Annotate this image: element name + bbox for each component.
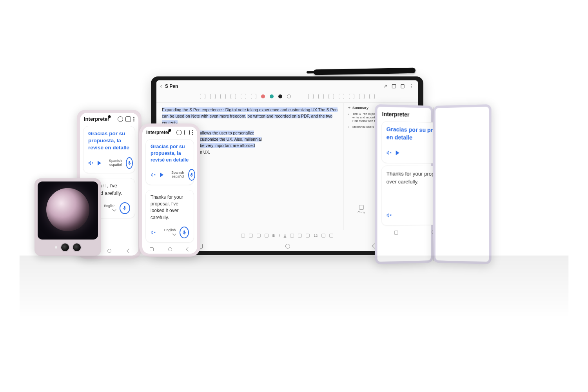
app-title: Interpreter	[84, 116, 115, 122]
tool-text-icon[interactable]	[200, 94, 205, 99]
target-card: Thanks for your proposal, I've looked it…	[145, 190, 194, 243]
source-text: Gracias por su propuesta, la revisé en d…	[151, 143, 189, 163]
nav-back-icon[interactable]	[186, 247, 191, 251]
nav-back-icon[interactable]	[127, 249, 131, 253]
bt-align-icon[interactable]	[290, 234, 294, 238]
source-text: Gracias por su propuesta, la revisé en d…	[88, 130, 130, 152]
tablet-title: S Pen	[165, 83, 178, 89]
nav-home-icon[interactable]	[285, 244, 290, 249]
history-icon[interactable]	[176, 130, 182, 135]
more-icon[interactable]	[133, 116, 134, 122]
fold-hinge	[433, 107, 434, 261]
history-icon[interactable]	[118, 116, 123, 122]
mute-icon[interactable]	[387, 212, 392, 218]
svg-rect-1	[401, 84, 404, 88]
color-teal[interactable]	[270, 94, 274, 98]
bt-checklist-icon[interactable]	[249, 234, 253, 238]
svg-point-3	[411, 86, 412, 87]
target-lang-select[interactable]: English	[164, 229, 176, 237]
color-picker-icon[interactable]	[287, 94, 291, 98]
save-icon[interactable]	[400, 83, 405, 89]
back-icon[interactable]: ‹	[160, 83, 162, 89]
wallpaper-orb	[46, 188, 89, 231]
mic-button[interactable]	[180, 227, 189, 238]
play-icon[interactable]	[396, 151, 399, 155]
app-title: Interpreter	[146, 130, 174, 135]
mic-button[interactable]	[126, 157, 133, 169]
bt-underline-icon[interactable]: U	[284, 234, 287, 238]
source-lang-select[interactable]: Spanishespañol	[109, 159, 122, 167]
tablet-app-header: ‹ S Pen	[156, 80, 418, 92]
expand-icon[interactable]	[383, 83, 388, 89]
play-icon[interactable]	[98, 161, 101, 165]
flip-phone-closed	[34, 178, 101, 256]
tool-cloud-icon[interactable]	[251, 94, 256, 99]
flash-led	[55, 246, 57, 249]
phone-nav-bar	[142, 245, 197, 254]
source-lang-select[interactable]: Spanishespañol	[171, 171, 184, 179]
tool-highlighter-icon[interactable]	[220, 94, 226, 99]
nav-home-icon[interactable]	[168, 247, 172, 251]
tool-a-icon[interactable]	[308, 94, 314, 99]
tool-d-icon[interactable]	[339, 94, 344, 99]
tool-pen-icon[interactable]	[210, 94, 216, 99]
nav-recents-icon[interactable]	[150, 247, 154, 251]
bt-bold-icon[interactable]: B	[272, 234, 275, 238]
doc-paragraph-1: Expanding the S Pen experience : Digital…	[162, 107, 338, 126]
bt-color-icon[interactable]	[298, 234, 302, 238]
tool-c-icon[interactable]	[328, 94, 334, 99]
bt-italic-icon[interactable]: I	[279, 234, 280, 238]
camera-cluster	[55, 243, 81, 251]
svg-point-4	[411, 87, 412, 88]
tool-eraser-icon[interactable]	[230, 94, 236, 99]
svg-rect-0	[392, 84, 396, 88]
bt-table-icon[interactable]	[265, 234, 269, 238]
copy-button[interactable]: Copy	[358, 205, 365, 214]
tablet-toolbar	[156, 92, 418, 103]
bt-image-icon[interactable]	[241, 234, 245, 238]
bt-bg-icon[interactable]	[306, 234, 310, 238]
target-text: Thanks for your proposal, I've looked it…	[151, 194, 189, 221]
more-icon[interactable]	[192, 130, 193, 135]
grid-icon[interactable]	[391, 83, 397, 89]
mute-icon[interactable]	[151, 230, 156, 235]
bt-outdent-icon[interactable]	[329, 234, 333, 238]
flip-cover-screen	[38, 181, 98, 240]
app-header: Interpreter	[142, 127, 197, 137]
window-icon[interactable]	[125, 116, 131, 122]
camera-lens	[73, 243, 81, 251]
mute-icon[interactable]	[88, 160, 94, 166]
phone-small: Interpreter Gracias por su propuesta, la…	[139, 123, 200, 257]
play-icon[interactable]	[160, 172, 163, 177]
window-icon[interactable]	[184, 130, 190, 135]
floor-reflection	[20, 256, 568, 318]
nav-home-icon[interactable]	[107, 249, 111, 253]
svg-point-2	[411, 84, 412, 85]
stylus	[314, 68, 416, 75]
tool-f-icon[interactable]	[359, 94, 365, 99]
tool-attach-icon[interactable]	[241, 94, 246, 99]
mute-icon[interactable]	[151, 172, 156, 178]
fold-phone: Interpreter Gracias por su propuesta, la…	[374, 106, 492, 263]
bt-fontsize[interactable]: 12	[314, 234, 318, 238]
nav-recents-icon[interactable]	[394, 231, 398, 235]
tool-e-icon[interactable]	[349, 94, 354, 99]
mic-button[interactable]	[120, 202, 130, 214]
tool-g-icon[interactable]	[369, 94, 375, 99]
target-lang-select[interactable]: English	[102, 204, 116, 212]
camera-lens	[61, 243, 69, 251]
mic-button[interactable]	[188, 169, 195, 181]
bt-indent-icon[interactable]	[321, 234, 325, 238]
source-card: Gracias por su propuesta, la revisé en d…	[145, 139, 194, 185]
app-header: Interpreter	[80, 113, 138, 123]
tool-b-icon[interactable]	[318, 94, 324, 99]
color-black[interactable]	[278, 94, 282, 98]
bt-list-icon[interactable]	[257, 234, 261, 238]
source-card: Gracias por su propuesta, la revisé en d…	[83, 126, 135, 173]
color-red[interactable]	[261, 94, 265, 98]
mute-icon[interactable]	[387, 150, 392, 156]
more-icon[interactable]	[408, 83, 414, 89]
